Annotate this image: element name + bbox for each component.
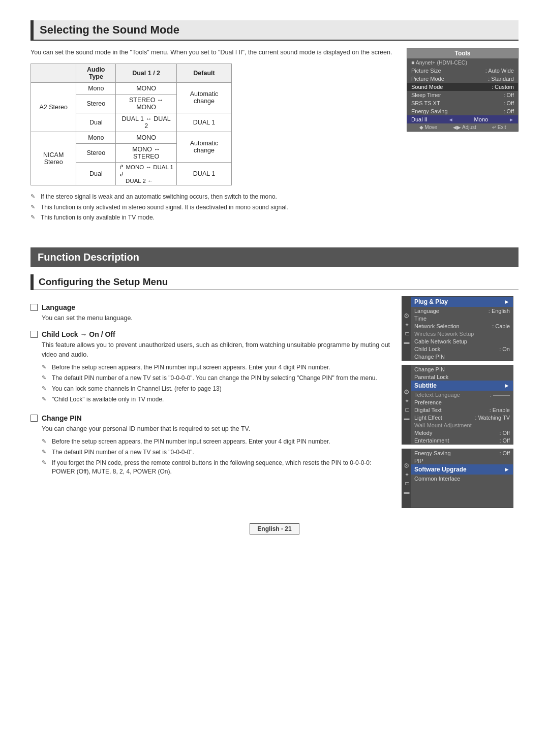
lang-value: : English [489, 308, 510, 314]
setup-parental: Parental Lock [411, 373, 513, 381]
setup-icon-star-1: ✦ [405, 322, 409, 328]
anynet-label: ■ Anynet+ (HDMI-CEC) [411, 59, 467, 66]
setup-preference: Preference [411, 398, 513, 406]
wallmount-label: Wall-Mount Adjustment [414, 422, 472, 428]
audio-type-dual: Dual [76, 113, 116, 132]
col-header-default: Default [177, 64, 232, 82]
setup-icon-gear-3: ⚙ [404, 462, 410, 469]
dtext-label: Digital Text [414, 407, 442, 413]
label: SRS TS XT [411, 100, 440, 106]
label: Energy Saving [411, 108, 448, 114]
setup-panel-2: ⚙ ✦ ⊏ ▬ Change PIN Parental Lock [402, 365, 513, 445]
footer: English - 21 [30, 523, 518, 534]
setup-wall-mount: Wall-Mount Adjustment [411, 421, 513, 429]
netsel-value: : Cable [492, 323, 510, 329]
tools-panel-box: Tools ■ Anynet+ (HDMI-CEC) Picture Size … [407, 48, 518, 132]
sound-mode-notes: If the stereo signal is weak and an auto… [30, 193, 396, 222]
tools-dual-row: Dual II ◄ Mono ► [407, 115, 518, 123]
audio-type-mono: Mono [76, 82, 116, 94]
tools-picture-size: Picture Size : Auto Wide [407, 67, 518, 75]
setup-icon-back-3: ⊏ [405, 480, 409, 487]
setup-time: Time [411, 314, 513, 322]
note-3: This function is only available in TV mo… [30, 213, 396, 222]
value: : Off [503, 92, 514, 98]
note-2: This function is only activated in stere… [30, 203, 396, 212]
setup-icon-star-2: ✦ [405, 398, 409, 404]
netsel-label: Network Selection [414, 323, 460, 329]
setup-digital-text: Digital Text : Enable [411, 406, 513, 414]
childlock-value: : On [499, 346, 510, 352]
setup-change-pin-2: Change PIN [411, 365, 513, 373]
time-label: Time [414, 316, 426, 322]
changepin-label: Change PIN [414, 354, 445, 360]
adjust-label: ◀▶ Adjust [453, 124, 476, 130]
setup-icon-gear-1: ⚙ [404, 312, 410, 320]
language-item: Language [30, 303, 391, 311]
tools-picture-mode: Picture Mode : Standard [407, 75, 518, 83]
value: : Standard [488, 76, 514, 82]
label: Picture Mode [411, 76, 444, 82]
footer-page: English - 21 [250, 523, 299, 534]
nicam-dual: Dual [76, 162, 116, 185]
setup-teletext: Teletext Language : ——— [411, 391, 513, 398]
setup-icon-gear-2: ⚙ [404, 388, 410, 396]
dual-dual: DUAL 1 ↔ DUAL 2 [116, 113, 177, 132]
setup-panel-3: ⚙ ✦ ⊏ ▬ Energy Saving : Off PIP [402, 449, 513, 508]
setup-entertainment: Entertainment : Off [411, 436, 513, 444]
col-header-empty [31, 64, 76, 82]
language-desc: You can set the menu language. [42, 313, 391, 323]
nicam-stereo-arrow: MONO ↔ STEREO [116, 143, 177, 162]
child-lock-note-3: You can lock some channels in Channel Li… [42, 385, 391, 393]
sw-upgrade-arrow: ► [504, 466, 510, 473]
default-dual1: DUAL 1 [177, 113, 232, 132]
dual-value: Mono [474, 116, 489, 122]
child-lock-checkbox [30, 331, 38, 338]
tools-sleep-timer: Sleep Timer : Off [407, 91, 518, 99]
setup-wireless: Wireless Network Setup [411, 330, 513, 337]
parental-label: Parental Lock [414, 374, 448, 380]
subtitle-arrow: ► [504, 382, 510, 389]
change-pin-checkbox [30, 415, 38, 422]
value: : Custom [492, 84, 514, 90]
change-pin-title: Change PIN [42, 414, 82, 422]
value: : Off [503, 108, 514, 114]
config-subsection-title: Configuring the Setup Menu [30, 274, 518, 290]
value: : Off [503, 100, 514, 106]
nicam-stereo-label: NICAM Stereo [31, 132, 76, 185]
energy-value: : Off [499, 450, 510, 456]
setup-light-effect: Light Effect : Watching TV [411, 414, 513, 421]
setup-language: Language : English [411, 307, 513, 314]
tools-srs-ts: SRS TS XT : Off [407, 99, 518, 107]
col-header-dual: Dual 1 / 2 [116, 64, 177, 82]
dtext-value: : Enable [490, 407, 510, 413]
light-label: Light Effect [414, 415, 442, 421]
nicam-dual-mono: MONO [116, 132, 177, 143]
nicam-default-dual1: DUAL 1 [177, 162, 232, 185]
setup-change-pin: Change PIN [411, 353, 513, 360]
ci-label: Common Interface [414, 476, 460, 482]
label: Sleep Timer [411, 92, 441, 98]
tools-energy-saving: Energy Saving : Off [407, 107, 518, 115]
setup-plug-play: Plug & Play ► [411, 297, 513, 307]
col-header-audio-type: Audio Type [76, 64, 116, 82]
change-pin-note-3: If you forget the PIN code, press the re… [42, 459, 391, 476]
dual-label: Dual II [411, 116, 428, 122]
child-lock-note-2: The default PIN number of a new TV set i… [42, 374, 391, 383]
setup-panel-1: ⚙ ✦ ⊏ ▬ Plug & Play ► Language [402, 296, 513, 361]
tools-panel-title: Tools [407, 48, 518, 58]
ent-label: Entertainment [414, 437, 449, 444]
cp2-label: Change PIN [414, 366, 445, 372]
child-lock-desc: This feature allows you to prevent unaut… [42, 340, 391, 360]
auto-change-1: Automatic change [177, 82, 232, 113]
child-lock-title: Child Lock → On / Off [42, 330, 115, 338]
setup-melody: Melody : Off [411, 429, 513, 436]
melody-value: : Off [499, 430, 510, 436]
dual-mono: MONO [116, 82, 177, 94]
label: Sound Mode [411, 84, 443, 90]
setup-icon-monitor-3: ▬ [404, 489, 410, 495]
dual-arrows-right: ► [509, 117, 514, 122]
config-left: Language You can set the menu language. … [30, 296, 391, 486]
tools-bottom-bar: ◆ Move ◀▶ Adjust ↵ Exit [407, 123, 518, 131]
change-pin-note-1: Before the setup screen appears, the PIN… [42, 437, 391, 446]
a2-stereo-label: A2 Stereo [31, 82, 76, 132]
